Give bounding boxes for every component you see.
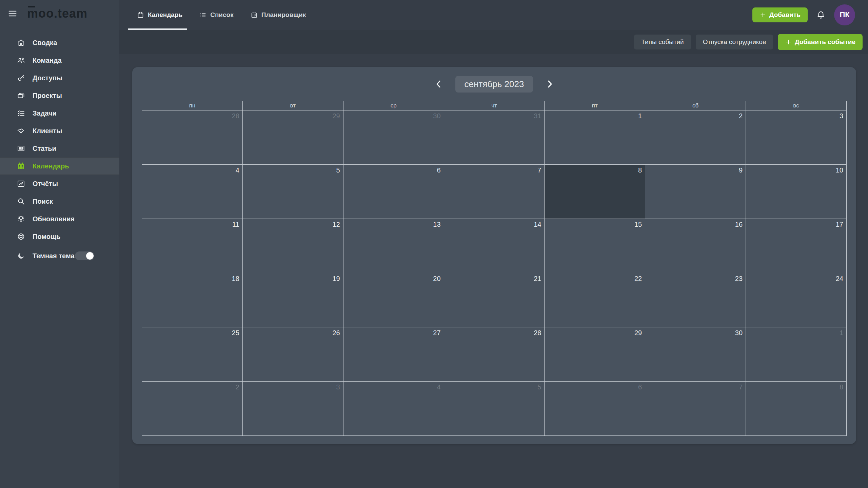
home-icon	[17, 39, 25, 47]
calendar-day-cell[interactable]: 4	[142, 165, 243, 219]
calendar-day-cell[interactable]: 7	[444, 165, 545, 219]
calendar-day-cell[interactable]: 16	[645, 219, 746, 273]
handshake-icon	[17, 127, 25, 135]
calendar-day-cell[interactable]: 23	[645, 273, 746, 327]
sidebar-item-articles[interactable]: Статьи	[0, 140, 119, 157]
day-number: 6	[545, 382, 645, 391]
calendar-day-cell[interactable]: 15	[545, 219, 645, 273]
calendar-day-cell[interactable]: 14	[444, 219, 545, 273]
calendar-day-cell[interactable]: 1	[746, 327, 847, 382]
calendar-day-cell[interactable]: 18	[142, 273, 243, 327]
calendar-week-row: 45678910	[142, 165, 847, 219]
sidebar-item-label: Обновления	[33, 215, 75, 223]
calendar-day-cell[interactable]: 12	[242, 219, 343, 273]
theme-toggle-label: Темная тема	[33, 252, 75, 260]
calendar-day-cell[interactable]: 22	[545, 273, 645, 327]
calendar-day-cell[interactable]: 1	[545, 110, 645, 165]
calendar-day-cell[interactable]: 5	[242, 165, 343, 219]
bell-icon[interactable]	[816, 10, 826, 20]
day-number: 10	[746, 165, 846, 174]
calendar-day-cell[interactable]: 26	[242, 327, 343, 382]
calendar-day-cell[interactable]: 6	[343, 165, 444, 219]
day-number: 18	[142, 273, 242, 283]
sidebar-item-summary[interactable]: Сводка	[0, 34, 119, 52]
month-label[interactable]: сентябрь 2023	[455, 76, 533, 93]
key-icon	[17, 74, 25, 82]
day-number: 1	[746, 327, 846, 337]
add-event-button[interactable]: Добавить событие	[778, 34, 863, 50]
calendar-day-cell[interactable]: 11	[142, 219, 243, 273]
calendar-day-cell[interactable]: 4	[343, 382, 444, 436]
calendar-day-cell[interactable]: 10	[746, 165, 847, 219]
calendar-day-cell[interactable]: 7	[645, 382, 746, 436]
event-types-button[interactable]: Типы событий	[634, 35, 691, 49]
calendar-week-row: 28293031123	[142, 110, 847, 165]
calendar-day-cell[interactable]: 20	[343, 273, 444, 327]
sidebar-item-updates[interactable]: Обновления	[0, 210, 119, 228]
calendar-day-cell[interactable]: 17	[746, 219, 847, 273]
sidebar-item-calendar[interactable]: Календарь	[0, 157, 119, 175]
day-number: 30	[343, 110, 444, 120]
vacations-button[interactable]: Отпуска сотрудников	[696, 35, 773, 49]
tab-calendar[interactable]: Календарь	[137, 0, 182, 30]
tab-list[interactable]: Список	[199, 0, 234, 30]
weekday-header: вт	[242, 101, 343, 110]
sidebar-item-label: Статьи	[33, 145, 56, 152]
navbar-tabs: КалендарьСписокПланировщик	[137, 0, 306, 30]
sidebar-item-clients[interactable]: Клиенты	[0, 122, 119, 140]
calendar-day-cell[interactable]: 28	[444, 327, 545, 382]
chart-icon	[17, 180, 25, 188]
calendar-day-cell[interactable]: 30	[645, 327, 746, 382]
sidebar-item-search[interactable]: Поиск	[0, 192, 119, 210]
sidebar-item-reports[interactable]: Отчёты	[0, 175, 119, 192]
calendar-day-cell[interactable]: 8	[746, 382, 847, 436]
sidebar-item-access[interactable]: Доступы	[0, 69, 119, 87]
bulb-icon	[17, 215, 25, 223]
sidebar-item-team[interactable]: Команда	[0, 52, 119, 69]
calendar-week-row: 2526272829301	[142, 327, 847, 382]
calendar-tab-icon	[137, 12, 144, 19]
theme-toggle[interactable]	[75, 251, 94, 260]
calendar-day-cell[interactable]: 30	[343, 110, 444, 165]
calendar-day-cell[interactable]: 19	[242, 273, 343, 327]
sidebar-item-help[interactable]: Помощь	[0, 228, 119, 245]
calendar-day-cell[interactable]: 29	[242, 110, 343, 165]
calendar-week-row: 18192021222324	[142, 273, 847, 327]
calendar-day-cell[interactable]: 3	[242, 382, 343, 436]
calendar-day-cell[interactable]: 2	[142, 382, 243, 436]
chevron-right-icon[interactable]	[545, 79, 555, 89]
calendar-day-cell[interactable]: 9	[645, 165, 746, 219]
calendar-week-row: 11121314151617	[142, 219, 847, 273]
calendar-day-cell[interactable]: 25	[142, 327, 243, 382]
calendar-day-cell[interactable]: 24	[746, 273, 847, 327]
day-number: 31	[444, 110, 545, 120]
calendar-day-cell[interactable]: 5	[444, 382, 545, 436]
avatar[interactable]: ПК	[834, 4, 855, 25]
calendar-card: сентябрь 2023 пнвтсрчтптсбвс 28293031123…	[132, 67, 856, 444]
list-icon	[199, 12, 206, 19]
weekday-header: пн	[142, 101, 243, 110]
calendar-day-cell[interactable]: 13	[343, 219, 444, 273]
calendar-day-cell[interactable]: 3	[746, 110, 847, 165]
day-number: 9	[645, 165, 746, 174]
sidebar-item-tasks[interactable]: Задачи	[0, 104, 119, 122]
calendar-day-cell[interactable]: 27	[343, 327, 444, 382]
add-button[interactable]: Добавить	[752, 7, 808, 22]
day-number: 6	[343, 165, 444, 174]
calendar-day-cell[interactable]: 21	[444, 273, 545, 327]
day-number: 13	[343, 219, 444, 228]
day-number: 23	[645, 273, 746, 283]
calendar-day-cell[interactable]: 6	[545, 382, 645, 436]
calendar-day-cell[interactable]: 29	[545, 327, 645, 382]
plus-icon	[760, 12, 766, 18]
calendar-day-cell[interactable]: 31	[444, 110, 545, 165]
sidebar-item-projects[interactable]: Проекты	[0, 87, 119, 104]
tab-planner[interactable]: Планировщик	[251, 0, 306, 30]
calendar-day-cell[interactable]: 28	[142, 110, 243, 165]
calendar-day-cell[interactable]: 2	[645, 110, 746, 165]
chevron-left-icon[interactable]	[434, 79, 444, 89]
menu-icon[interactable]	[7, 8, 18, 19]
calendar-day-cell-today[interactable]: 8	[545, 165, 645, 219]
day-number: 24	[746, 273, 846, 283]
top-navbar: КалендарьСписокПланировщик Добавить ПК	[119, 0, 868, 30]
